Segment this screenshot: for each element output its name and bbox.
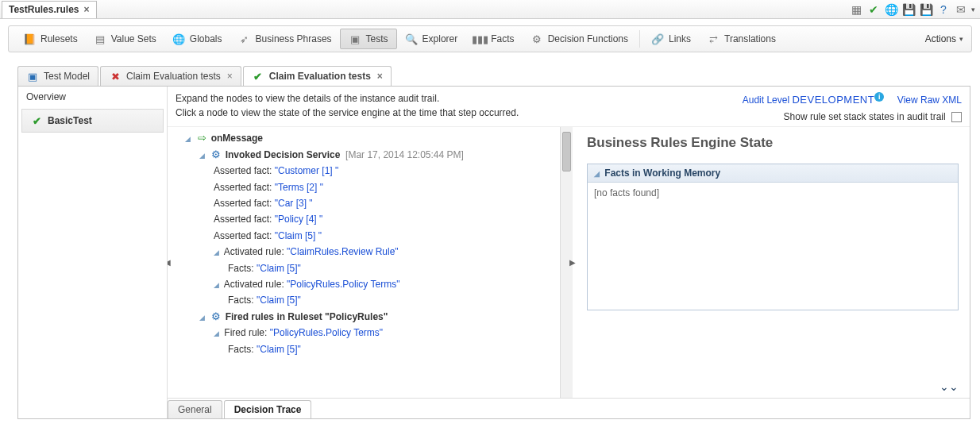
expand-icon[interactable]: ◢ [199, 312, 207, 324]
expand-icon[interactable]: ◢ [594, 170, 602, 178]
ruleset-icon: ⚙ [210, 310, 222, 323]
fact-val[interactable]: "Terms [2] " [275, 182, 323, 193]
node-onmessage[interactable]: onMessage [211, 133, 263, 144]
grid-icon[interactable]: ▦ [849, 2, 863, 17]
phrases-icon: ➶ [238, 33, 251, 45]
facts-panel: ◢ Facts in Working Memory [no facts foun… [587, 164, 959, 310]
globe-refresh-icon[interactable]: 🌐 [884, 2, 898, 17]
audit-tree[interactable]: ◢ ⇨ onMessage ◢ ⚙ Invoked Decision Servi… [168, 127, 560, 398]
help-icon[interactable]: ? [936, 2, 951, 17]
facts-empty-text: [no facts found] [594, 187, 659, 198]
close-icon[interactable]: × [227, 71, 233, 82]
mail-icon[interactable]: ✉ [954, 2, 968, 17]
fired-key[interactable]: Fired rule: [224, 327, 267, 338]
main-toolbar: 📙 Rulesets ▤ Value Sets 🌐 Globals ➶ Busi… [8, 25, 972, 52]
toolbar-label: Translations [724, 33, 776, 44]
fail-icon: ✖ [109, 70, 122, 83]
service-icon: ⚙ [210, 148, 222, 161]
facts-val[interactable]: "Claim [5]" [257, 295, 301, 306]
toolbar-links[interactable]: 🔗 Links [643, 29, 699, 49]
fact-key[interactable]: Asserted fact: [214, 182, 272, 193]
test-item-label: BasicTest [48, 115, 92, 126]
result-tabs: ▣ Test Model ✖ Claim Evaluation tests × … [17, 64, 970, 86]
fact-val[interactable]: "Claim [5] " [275, 230, 322, 241]
expand-icon[interactable]: ◢ [214, 247, 222, 259]
pass-icon: ✔ [252, 70, 264, 83]
expand-all-icon[interactable]: ⌄⌄ [939, 380, 959, 393]
close-icon[interactable]: × [377, 71, 383, 82]
chevron-down-icon[interactable]: ▾ [971, 6, 975, 13]
save-icon[interactable]: 💾 [901, 2, 916, 17]
tab-test-model[interactable]: ▣ Test Model [17, 66, 98, 86]
toolbar-label: Facts [491, 33, 514, 44]
show-stack-label: Show rule set stack states in audit trai… [784, 111, 946, 122]
fact-val[interactable]: "Policy [4] " [275, 214, 323, 225]
tab-decision-trace[interactable]: Decision Trace [224, 400, 312, 418]
rule-val[interactable]: "ClaimRules.Review Rule" [287, 246, 399, 257]
show-stack-checkbox[interactable] [951, 112, 962, 122]
expand-icon[interactable]: ◢ [199, 150, 207, 162]
toolbar-decision-functions[interactable]: ⚙ Decision Functions [523, 29, 636, 49]
toolbar-valuesets[interactable]: ▤ Value Sets [86, 29, 164, 49]
facts-key[interactable]: Facts: [228, 344, 254, 355]
separator [639, 30, 640, 48]
file-tab[interactable]: TestRules.rules × [2, 1, 97, 18]
facts-key[interactable]: Facts: [228, 295, 254, 306]
toolbar-phrases[interactable]: ➶ Business Phrases [230, 29, 340, 49]
engine-state-pane: ▶ Business Rules Engine State ◢ Facts in… [573, 127, 970, 398]
fact-val[interactable]: "Car [3] " [275, 198, 313, 209]
audit-level-link[interactable]: Audit Level [743, 94, 789, 106]
expand-icon[interactable]: ◢ [185, 133, 193, 145]
node-invoked-service[interactable]: Invoked Decision Service [226, 149, 341, 160]
hint-line2: Click a node to view the state of the se… [176, 106, 519, 120]
toolbar-translations[interactable]: ⥂ Translations [699, 29, 784, 49]
test-item-basictest[interactable]: ✔ BasicTest [21, 109, 164, 133]
view-raw-xml-link[interactable]: View Raw XML [897, 94, 962, 106]
expand-icon[interactable]: ◢ [214, 279, 222, 291]
fact-key[interactable]: Asserted fact: [214, 198, 272, 209]
rule-key[interactable]: Activated rule: [224, 279, 284, 290]
scrollbar-thumb[interactable] [562, 132, 571, 171]
actions-menu[interactable]: Actions ▾ [925, 33, 963, 44]
translations-icon: ⥂ [707, 33, 720, 45]
fact-val[interactable]: "Customer [1] " [275, 165, 339, 176]
facts-val[interactable]: "Claim [5]" [257, 263, 301, 274]
node-fired-ruleset[interactable]: Fired rules in Ruleset "PolicyRules" [226, 311, 388, 322]
expand-icon[interactable]: ◢ [214, 328, 222, 340]
fact-key[interactable]: Asserted fact: [214, 214, 272, 225]
fact-key[interactable]: Asserted fact: [214, 165, 272, 176]
fired-val[interactable]: "PolicyRules.Policy Terms" [270, 327, 383, 338]
facts-panel-header[interactable]: ◢ Facts in Working Memory [588, 164, 958, 183]
toolbar-label: Tests [366, 33, 388, 44]
explorer-icon: 🔍 [405, 33, 418, 45]
toolbar-label: Rulesets [41, 33, 78, 44]
close-icon[interactable]: × [83, 4, 89, 15]
tab-label: Decision Trace [234, 404, 302, 415]
engine-state-title: Business Rules Engine State [587, 135, 959, 151]
rule-val[interactable]: "PolicyRules.Policy Terms" [287, 279, 399, 290]
toolbar-globals[interactable]: 🌐 Globals [164, 29, 230, 49]
check-icon[interactable]: ✔ [866, 2, 881, 17]
facts-key[interactable]: Facts: [228, 263, 254, 274]
toolbar-label: Business Phrases [256, 33, 332, 44]
toolbar-label: Explorer [422, 33, 458, 44]
info-icon[interactable]: i [874, 92, 884, 102]
tab-label: Test Model [44, 71, 90, 82]
tab-general[interactable]: General [168, 400, 222, 418]
toolbar-tests[interactable]: ▣ Tests [340, 29, 397, 49]
tab-label: General [178, 404, 212, 415]
tab-claim-eval-pass[interactable]: ✔ Claim Evaluation tests × [243, 66, 392, 86]
toolbar-explorer[interactable]: 🔍 Explorer [397, 29, 466, 49]
audit-level-value: DEVELOPMENT [792, 94, 874, 106]
tab-claim-eval-fail[interactable]: ✖ Claim Evaluation tests × [100, 66, 241, 86]
facts-val[interactable]: "Claim [5]" [257, 344, 301, 355]
fact-key[interactable]: Asserted fact: [214, 230, 272, 241]
save-all-icon[interactable]: 💾 [919, 2, 933, 17]
overview-heading: Overview [18, 87, 167, 107]
audit-tree-pane: ◢ ⇨ onMessage ◢ ⚙ Invoked Decision Servi… [168, 127, 573, 398]
toolbar-rulesets[interactable]: 📙 Rulesets [15, 29, 86, 49]
rule-key[interactable]: Activated rule: [224, 246, 284, 257]
toolbar-facts[interactable]: ▮▮▮ Facts [465, 29, 522, 49]
splitter-right[interactable]: ▶ [569, 259, 576, 267]
actions-label: Actions [925, 33, 956, 44]
